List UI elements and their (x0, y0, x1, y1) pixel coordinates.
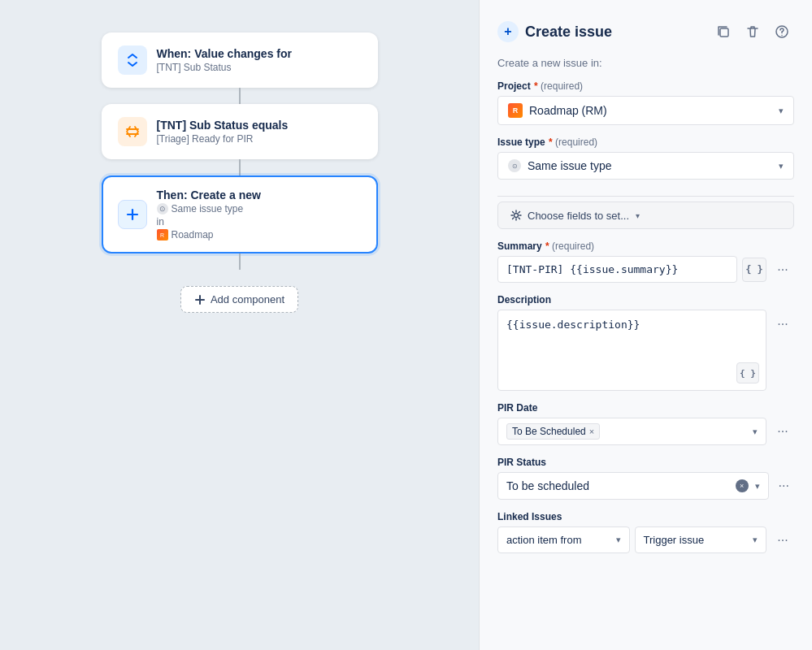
project-chevron-icon: ▾ (779, 106, 784, 116)
panel-actions (711, 20, 794, 44)
description-label: Description (497, 294, 794, 306)
connector-2 (239, 159, 241, 176)
description-more-button[interactable]: ··· (771, 313, 794, 336)
trigger-title: When: Value changes for (157, 47, 292, 60)
condition-subtitle: [Triage] Ready for PIR (157, 133, 289, 145)
action-line-1: ⊙ Same issue type (157, 203, 261, 214)
panel-subtitle: Create a new issue in: (497, 57, 794, 69)
summary-more-button[interactable]: ··· (771, 258, 794, 281)
action-project: Roadmap (172, 229, 214, 240)
summary-label: Summary * (required) (497, 240, 794, 252)
connector-1 (239, 88, 241, 104)
linked-issues-dropdown1[interactable]: action item from ▾ (497, 526, 630, 553)
summary-input[interactable] (497, 256, 737, 283)
action-issue-type: Same issue type (172, 203, 244, 214)
pir-date-tag: To Be Scheduled × (506, 423, 600, 440)
divider-1 (497, 196, 794, 197)
action-in-text: in (157, 216, 164, 228)
action-content: Then: Create a new ⊙ Same issue type in … (157, 188, 261, 240)
trigger-card[interactable]: When: Value changes for [TNT] Sub Status (102, 32, 378, 88)
pir-status-label: PIR Status (497, 457, 794, 468)
description-field-group: Description {{issue.description}} { } ··… (497, 294, 794, 391)
linked-issues-dropdown1-value: action item from (506, 534, 581, 546)
plus-icon (194, 294, 206, 306)
trigger-icon (118, 46, 147, 75)
summary-field-group: Summary * (required) { } ··· (497, 240, 794, 283)
svg-point-6 (781, 35, 783, 37)
issue-type-chevron-icon: ▾ (779, 161, 784, 171)
action-title: Then: Create a new (157, 188, 261, 202)
left-panel: When: Value changes for [TNT] Sub Status… (0, 0, 479, 650)
linked-issues-dropdown2-chevron: ▾ (753, 535, 758, 545)
add-component-label: Add component (211, 293, 284, 306)
summary-braces-button[interactable]: { } (742, 258, 766, 282)
trigger-content: When: Value changes for [TNT] Sub Status (157, 47, 292, 73)
action-line-2: in (157, 216, 261, 228)
project-select[interactable]: R Roadmap (RM) ▾ (497, 96, 794, 125)
condition-title: [TNT] Sub Status equals (157, 119, 289, 132)
pir-status-value: To be scheduled (506, 479, 589, 492)
add-component-button[interactable]: Add component (180, 286, 298, 313)
description-braces-button[interactable]: { } (736, 362, 759, 384)
issue-type-icon: ⊙ (508, 159, 521, 172)
choose-fields-chevron: ▾ (636, 211, 640, 220)
linked-issues-more-button[interactable]: ··· (771, 529, 794, 552)
linked-issues-dropdown1-chevron: ▾ (616, 535, 621, 545)
summary-input-row: { } ··· (497, 256, 794, 283)
issue-type-label: Issue type * (required) (497, 136, 794, 148)
connector-3 (239, 254, 241, 270)
trigger-subtitle: [TNT] Sub Status (157, 62, 292, 73)
action-line-3: R Roadmap (157, 229, 261, 240)
description-value: {{issue.description}} (506, 318, 758, 331)
panel-header: + Create issue (497, 20, 794, 44)
pir-status-field-group: PIR Status To be scheduled × ▾ ··· (497, 457, 794, 500)
roadmap-icon: R (157, 229, 168, 240)
project-field-group: Project * (required) R Roadmap (RM) ▾ (497, 80, 794, 125)
pir-status-select[interactable]: To be scheduled × ▾ (497, 472, 769, 500)
pir-date-tag-value: To Be Scheduled (512, 426, 586, 437)
svg-point-7 (515, 214, 519, 218)
delete-button[interactable] (740, 20, 765, 44)
condition-content: [TNT] Sub Status equals [Triage] Ready f… (157, 119, 289, 145)
linked-issues-dropdown2[interactable]: Trigger issue ▾ (635, 526, 767, 553)
roadmap-project-icon: R (508, 103, 523, 118)
issue-type-select[interactable]: ⊙ Same issue type ▾ (497, 152, 794, 180)
description-textarea[interactable]: {{issue.description}} { } (497, 310, 766, 391)
linked-issues-dropdown2-value: Trigger issue (644, 534, 705, 546)
pir-date-tag-remove[interactable]: × (589, 427, 594, 436)
choose-fields-label: Choose fields to set... (528, 210, 629, 222)
linked-issues-field-group: Linked Issues action item from ▾ Trigger… (497, 511, 794, 553)
pir-status-chevron-icon: ▾ (755, 481, 760, 492)
condition-icon (118, 117, 147, 146)
pir-date-field-group: PIR Date To Be Scheduled × ▾ ··· (497, 402, 794, 445)
gear-icon (510, 209, 523, 222)
action-body: ⊙ Same issue type in R Roadmap (157, 203, 261, 240)
action-card[interactable]: Then: Create a new ⊙ Same issue type in … (102, 176, 378, 254)
panel-title: Create issue (525, 24, 612, 41)
pir-date-more-button[interactable]: ··· (771, 420, 794, 443)
panel-plus-icon: + (497, 21, 519, 42)
pir-status-clear-icon[interactable]: × (736, 479, 749, 492)
help-icon (775, 24, 789, 39)
pir-status-more-button[interactable]: ··· (774, 474, 794, 497)
right-panel: + Create issue (479, 0, 812, 650)
project-value: Roadmap (RM) (529, 104, 607, 117)
choose-fields-button[interactable]: Choose fields to set... ▾ (497, 202, 794, 229)
pir-date-label: PIR Date (497, 402, 794, 414)
flow-container: When: Value changes for [TNT] Sub Status… (24, 32, 454, 313)
delete-icon (745, 24, 760, 39)
help-button[interactable] (770, 20, 794, 44)
linked-issues-row: action item from ▾ Trigger issue ▾ ··· (497, 526, 794, 553)
project-label: Project * (required) (497, 80, 794, 92)
issue-type-value: Same issue type (528, 159, 612, 172)
pir-date-select[interactable]: To Be Scheduled × ▾ (497, 418, 766, 445)
action-icon (118, 200, 147, 229)
duplicate-icon (716, 24, 731, 39)
duplicate-button[interactable] (711, 20, 736, 44)
pir-date-chevron-icon: ▾ (753, 427, 758, 437)
condition-card[interactable]: [TNT] Sub Status equals [Triage] Ready f… (102, 104, 378, 159)
linked-issues-label: Linked Issues (497, 511, 794, 522)
same-issue-type-icon: ⊙ (157, 203, 168, 214)
panel-title-group: + Create issue (497, 21, 612, 42)
svg-rect-4 (720, 28, 728, 37)
